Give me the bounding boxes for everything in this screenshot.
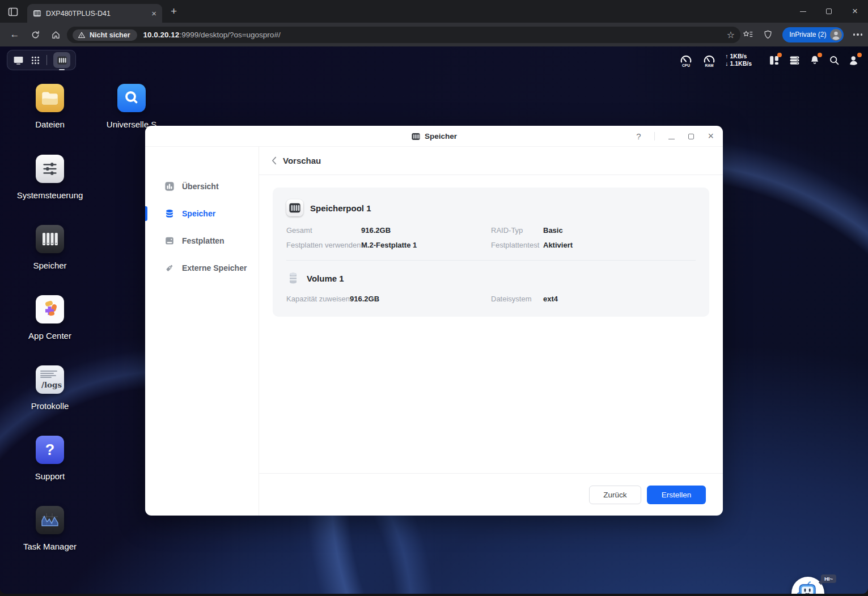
dock-active-storage-app[interactable] [53,52,70,68]
ram-gauge-icon[interactable]: RAM [702,53,717,67]
dialog-title-group: Speicher [411,126,457,147]
support-question-icon: ? [36,436,64,464]
show-desktop-icon[interactable] [12,54,24,66]
upload-speed: 1KB/s [730,53,747,60]
preview-card: Speicherpool 1 Gesamt 916.2GB RAID-Typ B… [273,188,709,317]
user-account-icon[interactable] [848,54,860,66]
page-title: Vorschau [283,156,321,165]
dialog-footer: Zurück Erstellen [259,473,723,516]
browser-window-controls: × [790,0,868,23]
back-button[interactable]: ← [5,29,25,40]
reload-button[interactable] [25,30,45,40]
desktop-dock [7,50,76,70]
inprivate-label: InPrivate (2) [789,31,826,39]
detail-row: RAID-Typ Basic [491,226,696,235]
browser-maximize-button[interactable] [816,0,842,23]
widgets-icon[interactable] [768,54,780,66]
svg-text:RAM: RAM [705,63,714,67]
svg-text:CPU: CPU [682,63,690,67]
overview-chart-icon [164,181,175,191]
detail-row: Festplattentest Aktiviert [491,241,696,249]
sidebar-item-disks[interactable]: Festplatten [145,227,259,254]
desktop-icon-logs[interactable]: /logs Protokolle [13,365,87,411]
system-status-bar: CPU RAM ↑1KB/s ↓1.1KB/s [679,50,860,70]
tab-overview-icon[interactable] [7,6,19,18]
tab-close-icon[interactable]: × [151,9,156,18]
volume-title: Volume 1 [307,274,344,283]
dialog-window-controls: ? × [636,126,714,147]
browser-close-button[interactable]: × [842,0,868,23]
search-icon[interactable] [829,55,840,66]
desktop-icon-files[interactable]: Dateien [13,84,87,129]
detail-row: Dateisystem ext4 [491,295,696,303]
dialog-title: Speicher [425,132,457,141]
universal-search-icon [117,84,146,112]
dialog-header[interactable]: Speicher ? × [145,126,723,147]
volume-section-header: Volume 1 [286,271,696,285]
url-host: 10.0.20.12 [143,31,180,39]
app-center-icon [36,295,64,323]
desktop-icon-app-center[interactable]: App Center [13,295,87,340]
storage-database-icon [164,208,175,219]
dialog-nas-icon [411,132,420,141]
favorite-star-icon[interactable]: ☆ [727,29,735,40]
notification-dot [857,53,862,57]
inprivate-profile-badge[interactable]: InPrivate (2) [782,27,843,42]
tab-title: DXP480TPLUS-D41 [46,10,147,18]
logs-icon-text: /logs [41,380,62,389]
tab-favicon-nas-icon [33,9,41,18]
task-manager-chart-icon [36,506,64,534]
dialog-help-button[interactable]: ? [636,131,641,141]
browser-essentials-shield-icon[interactable] [763,29,773,40]
pool-section-header: Speicherpool 1 [286,199,696,216]
browser-tab[interactable]: DXP480TPLUS-D41 × [27,4,162,23]
pool-details: Gesamt 916.2GB RAID-Typ Basic Festplatte… [286,226,696,249]
desktop-icon-storage[interactable]: Speicher [13,225,87,270]
preview-scroll-area: Speicherpool 1 Gesamt 916.2GB RAID-Typ B… [259,175,723,473]
dock-divider [46,55,47,65]
site-security-chip[interactable]: Nicht sicher [73,29,137,41]
warning-icon [78,31,86,39]
logs-icon: /logs [36,365,64,394]
background-tasks-icon[interactable] [789,54,801,66]
favorites-hub-icon[interactable] [743,29,753,40]
storage-pool-icon [286,199,303,216]
download-arrow-icon: ↓ [725,60,728,67]
dialog-maximize-button[interactable] [688,131,694,142]
control-panel-sliders-icon [36,155,64,183]
home-button[interactable] [45,30,66,40]
dialog-sidebar: Übersicht Speicher Festplatten Externe S… [145,147,259,516]
desktop-icon-support[interactable]: ? Support [13,436,87,481]
dialog-close-button[interactable]: × [708,130,714,142]
sidebar-item-storage[interactable]: Speicher [145,200,259,227]
desktop-icon-control-panel[interactable]: Systemsteuerung [13,155,87,200]
sidebar-item-external-storage[interactable]: Externe Speicher [145,254,259,282]
download-speed: 1.1KB/s [730,60,752,67]
volume-cylinder-icon [286,271,300,285]
desktop-icon-universal-search[interactable]: Universelle S [95,84,168,129]
address-bar[interactable]: Nicht sicher 10.0.20.12:9999/desktop/?os… [67,27,740,43]
browser-menu-icon[interactable] [853,33,863,36]
card-divider [286,260,696,261]
cpu-gauge-icon[interactable]: CPU [679,53,693,67]
storage-bays-icon [36,225,64,253]
app-launcher-grid-icon[interactable] [31,56,40,65]
back-chevron-icon[interactable] [272,156,277,165]
url-text: 10.0.20.12:9999/desktop/?os=ugospro#/ [143,31,281,39]
assistant-mascot[interactable]: HI~ [791,577,824,594]
detail-row: Festplatten verwenden M.2-Festplatte 1 [286,241,491,249]
security-label: Nicht sicher [90,31,130,39]
dialog-content: Vorschau Speicherpool 1 Gesamt 916.2GB [259,147,723,516]
new-tab-button[interactable]: + [171,5,177,18]
sidebar-item-overview[interactable]: Übersicht [145,173,259,200]
network-speeds[interactable]: ↑1KB/s ↓1.1KB/s [725,53,752,67]
storage-dialog: Speicher ? × Übersicht Speicher [145,126,723,516]
back-button-dialog[interactable]: Zurück [589,486,641,504]
create-button[interactable]: Erstellen [647,486,706,504]
notifications-bell-icon[interactable] [809,54,820,66]
dialog-minimize-button[interactable] [668,131,675,142]
desktop-icon-task-manager[interactable]: Task Manager [13,506,87,551]
notification-dot [777,53,782,57]
pool-title: Speicherpool 1 [310,203,371,213]
browser-minimize-button[interactable] [790,0,816,23]
